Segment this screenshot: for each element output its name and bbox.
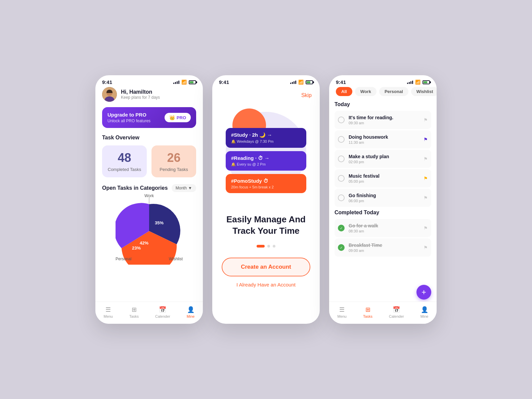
task-info-done-1: Go for a walk 08:30 am: [349, 223, 424, 233]
signal-icon-left: [173, 81, 179, 84]
svg-text:42%: 42%: [140, 240, 148, 246]
status-bar-right: 9:41 📶: [329, 75, 437, 87]
month-btn[interactable]: Month ▼: [172, 184, 196, 192]
crown-icon: 👑: [169, 115, 175, 120]
today-task-1[interactable]: It's time for reading. 09:30 am ⚑: [335, 111, 431, 129]
completed-task-1[interactable]: ✓ Go for a walk 08:30 am ⚑: [335, 219, 431, 237]
nav-calendar-left[interactable]: 📅 Calender: [155, 306, 170, 318]
task-flag-4: ⚑: [424, 176, 428, 181]
task-time-done-2: 09:00 am: [349, 249, 424, 253]
task-flag-done-1: ⚑: [424, 225, 428, 231]
nav-menu-right[interactable]: ☰ Menu: [337, 306, 347, 318]
nav-tasks-label: Tasks: [129, 314, 139, 318]
user-greeting: Hi, Hamilton: [121, 89, 160, 95]
today-task-2[interactable]: Doing housework 11:30 am ⚑: [335, 130, 431, 148]
task-name-2: Doing housework: [349, 134, 424, 140]
fab-button[interactable]: +: [416, 285, 431, 300]
filter-all[interactable]: All: [336, 87, 352, 96]
task-time-3: 02:00 pm: [349, 160, 424, 164]
status-icons-center: 📶: [290, 80, 313, 85]
filter-bar: All Work Personal Wishlist ⋮: [335, 87, 431, 96]
signal-icon-center: [290, 81, 296, 84]
dot-1: [257, 245, 265, 248]
task-info-4: Music festival 05:00 pm: [349, 173, 424, 183]
today-task-5[interactable]: Go finishing 06:00 pm ⚑: [335, 189, 431, 207]
nav-mine-right[interactable]: 👤 Mine: [420, 306, 429, 318]
reading-title: #Reading · ⏱ →: [231, 155, 269, 161]
task-circle-1: [338, 117, 345, 123]
task-name-5: Go finishing: [349, 193, 424, 198]
nav-tasks-label-right: Tasks: [363, 314, 372, 318]
task-circle-done-1: ✓: [338, 225, 345, 231]
time-left: 9:41: [102, 79, 112, 85]
status-icons-left: 📶: [173, 80, 196, 85]
tasks-icon-right: ⊞: [365, 306, 370, 313]
study-sub: 🔔 Weekdays @ 7:30 Pm: [231, 139, 301, 144]
nav-mine-label-right: Mine: [420, 314, 429, 318]
task-circle-done-2: ✓: [338, 244, 345, 251]
signal-icon-right: [407, 81, 413, 84]
task-name-done-2: Breakfast Time: [349, 242, 424, 248]
pie-wishlist-label: Wishlist: [169, 257, 183, 261]
task-circle-3: [338, 156, 345, 162]
task-name-done-1: Go for a walk: [349, 223, 424, 228]
task-info-5: Go finishing 06:00 pm: [349, 193, 424, 203]
nav-tasks-left[interactable]: ⊞ Tasks: [129, 306, 139, 318]
calendar-icon-right: 📅: [393, 306, 400, 313]
task-time-done-1: 08:30 am: [349, 229, 424, 233]
illustration-area: #Study · 2h 🌙 → 🔔 Weekdays @ 7:30 Pm #Re…: [212, 98, 320, 206]
pomo-title: #PomoStudy ⏱: [231, 178, 268, 184]
battery-icon-left: [189, 80, 196, 84]
task-card-reading: #Reading · ⏱ → 🔔 Every su @ 2 Pm: [226, 151, 306, 171]
pending-label: Pending Tasks: [160, 167, 188, 172]
user-header: Hi, Hamilton Keep plans for 7 days: [102, 87, 196, 102]
task-flag-done-2: ⚑: [424, 245, 428, 250]
pro-banner[interactable]: Upgrade to PRO Unlock all PRO features 👑…: [102, 107, 196, 128]
task-name-3: Make a study plan: [349, 154, 424, 159]
nav-menu-left[interactable]: ☰ Menu: [103, 306, 113, 318]
svg-text:23%: 23%: [132, 246, 141, 251]
completed-task-2[interactable]: ✓ Breakfast Time 09:00 am ⚑: [335, 238, 431, 257]
skip-button[interactable]: Skip: [212, 87, 320, 98]
pie-work-label: Work: [144, 193, 154, 198]
mine-icon-right: 👤: [421, 306, 428, 313]
nav-calendar-right[interactable]: 📅 Calender: [389, 306, 404, 318]
wifi-icon-left: 📶: [181, 80, 187, 85]
battery-icon-right: [423, 80, 430, 84]
task-info-done-2: Breakfast Time 09:00 am: [349, 242, 424, 253]
status-bar-center: 9:41 📶: [212, 75, 320, 87]
create-account-button[interactable]: Create an Account: [222, 258, 310, 276]
tasks-icon: ⊞: [132, 306, 137, 313]
today-task-3[interactable]: Make a study plan 02:00 pm ⚑: [335, 150, 431, 168]
task-time-4: 05:00 pm: [349, 179, 424, 183]
task-time-5: 06:00 pm: [349, 199, 424, 203]
completed-label: Completed Tasks: [108, 167, 141, 172]
filter-work[interactable]: Work: [355, 87, 376, 96]
task-circle-4: [338, 175, 345, 182]
phone-right: 9:41 📶 All Work Personal Wishlist ⋮ Toda…: [329, 75, 437, 324]
time-center: 9:41: [219, 79, 229, 85]
today-task-4[interactable]: Music festival 05:00 pm ⚑: [335, 169, 431, 187]
wifi-icon-right: 📶: [415, 80, 420, 85]
login-link[interactable]: I Already Have an Account: [222, 282, 310, 298]
menu-icon: ☰: [105, 306, 111, 313]
task-info-3: Make a study plan 02:00 pm: [349, 154, 424, 164]
nav-calendar-label: Calender: [155, 314, 170, 318]
bottom-nav-right: ☰ Menu ⊞ Tasks 📅 Calender 👤 Mine: [329, 302, 437, 324]
dot-3: [273, 245, 275, 248]
pending-count: 26: [167, 151, 180, 165]
task-circle-2: [338, 136, 345, 143]
nav-menu-label-right: Menu: [337, 314, 347, 318]
pro-badge[interactable]: 👑 PRO: [165, 113, 191, 122]
nav-tasks-right[interactable]: ⊞ Tasks: [363, 306, 372, 318]
filter-wishlist[interactable]: Wishlist: [411, 87, 437, 96]
filter-personal[interactable]: Personal: [379, 87, 408, 96]
nav-mine-left[interactable]: 👤 Mine: [187, 306, 195, 318]
completed-count: 48: [118, 151, 131, 165]
task-card-study: #Study · 2h 🌙 → 🔔 Weekdays @ 7:30 Pm: [226, 128, 306, 148]
completed-header: Completed Today: [335, 210, 431, 216]
task-flag-5: ⚑: [424, 195, 428, 201]
pro-text: Upgrade to PRO Unlock all PRO features: [107, 112, 150, 123]
task-name-4: Music festival: [349, 173, 424, 179]
avatar: [102, 87, 117, 102]
